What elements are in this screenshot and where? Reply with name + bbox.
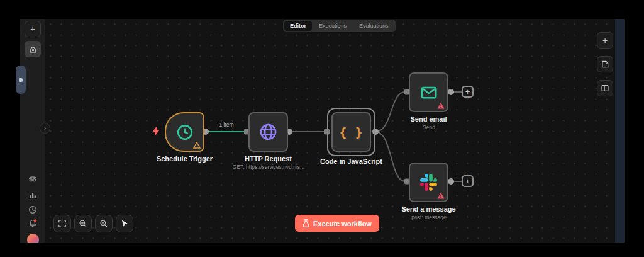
output-port-email[interactable] [448,89,454,95]
handle-grip-icon [19,78,23,82]
node-label: Code in JavaScript [306,157,396,165]
node-label: Send a message [384,205,474,213]
slack-icon [420,174,437,191]
layout-panel-icon [601,84,609,93]
output-port-slack[interactable] [448,178,454,185]
warning-triangle-icon [437,102,445,109]
home-icon [29,45,37,54]
node-schedule-trigger[interactable] [165,112,204,152]
add-sticky-note-button[interactable] [597,56,613,72]
add-node-plus-button[interactable]: + [462,175,474,187]
n8n-app-window: 1 item Schedule Trigger HTTP Request [20,19,625,243]
node-subtitle: post: message [375,214,482,220]
node-label: Schedule Trigger [140,155,230,163]
sidebar-collapse-chevron[interactable]: › [40,123,50,134]
history-clock-icon[interactable] [28,205,38,215]
execute-workflow-label: Execute workflow [313,220,372,227]
insights-chart-icon[interactable] [28,190,38,200]
user-avatar[interactable] [27,234,39,243]
sidebar-home-button[interactable] [25,41,41,57]
collapsed-panel-handle[interactable] [16,66,26,94]
add-node-plus-button[interactable]: + [462,86,474,98]
pointer-cursor-icon [120,219,129,228]
node-http-request[interactable] [248,112,288,152]
globe-icon [258,122,278,142]
zoom-in-button[interactable] [74,215,92,232]
tab-evaluations[interactable]: Evaluations [353,21,394,31]
workflow-canvas[interactable]: 1 item Schedule Trigger HTTP Request [45,19,615,243]
templates-mask-icon[interactable] [28,174,38,184]
tab-editor[interactable]: Editor [284,21,312,31]
pointer-tool-button[interactable] [116,215,133,232]
clock-trigger-icon [175,123,194,142]
wire-code-slack [375,132,405,181]
view-tabbar: Editor Executions Evaluations [283,20,396,32]
toggle-panel-button[interactable] [597,80,613,96]
execute-workflow-button[interactable]: Execute workflow [295,215,379,232]
fit-view-icon [58,219,67,228]
connection-items-label: 1 item [209,122,244,128]
right-edge-panel [615,19,625,243]
zoom-out-button[interactable] [95,215,113,232]
code-braces-icon: { } [340,125,363,139]
zoom-in-icon [79,219,87,228]
node-send-email[interactable] [409,72,448,112]
warning-triangle-icon [193,142,201,149]
node-label: Send email [384,115,474,123]
notifications-bell-icon[interactable] [28,219,38,229]
sticky-note-icon [601,60,609,69]
email-icon [419,83,438,102]
add-node-button[interactable]: + [597,32,613,49]
flask-icon [303,219,309,227]
zoom-out-icon [99,219,108,228]
warning-triangle-icon [437,192,445,199]
node-label: HTTP Request [223,155,313,163]
node-subtitle: Send [375,124,482,130]
fit-view-button[interactable] [53,215,71,232]
trigger-bolt-icon [152,126,160,136]
tab-executions[interactable]: Executions [313,21,352,31]
node-code-selection-ring[interactable]: { } [327,108,375,156]
node-code-in-javascript[interactable]: { } [331,112,371,152]
node-send-a-message[interactable] [409,163,448,202]
sidebar-new-workflow-button[interactable]: + [25,21,41,37]
